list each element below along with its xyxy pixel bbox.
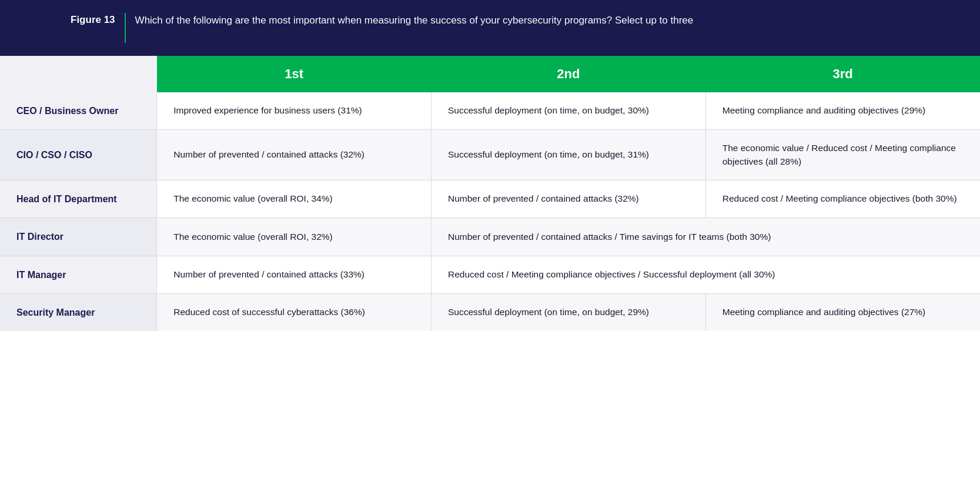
table-row: IT DirectorThe economic value (overall R… xyxy=(0,218,980,256)
second-cell: Number of prevented / contained attacks … xyxy=(431,180,705,218)
second-cell: Successful deployment (on time, on budge… xyxy=(431,92,705,130)
third-cell: Meeting compliance and auditing objectiv… xyxy=(705,92,980,130)
second-cell: Successful deployment (on time, on budge… xyxy=(431,293,705,331)
first-cell: The economic value (overall ROI, 32%) xyxy=(157,218,432,256)
table-row: Security ManagerReduced cost of successf… xyxy=(0,293,980,331)
col-header-second: 2nd xyxy=(431,56,705,92)
header-bar: Figure 13 Which of the following are the… xyxy=(0,0,980,56)
table-row: CIO / CSO / CISONumber of prevented / co… xyxy=(0,130,980,180)
third-cell: Reduced cost / Meeting compliance object… xyxy=(705,180,980,218)
figure-label: Figure 13 xyxy=(71,13,115,26)
first-cell: Reduced cost of successful cyberattacks … xyxy=(157,293,432,331)
header-title: Which of the following are the most impo… xyxy=(135,13,694,28)
table-row: IT ManagerNumber of prevented / containe… xyxy=(0,256,980,293)
third-cell: The economic value / Reduced cost / Meet… xyxy=(705,130,980,180)
table-row: Head of IT DepartmentThe economic value … xyxy=(0,180,980,218)
role-cell: CIO / CSO / CISO xyxy=(0,130,157,180)
second-third-cell: Reduced cost / Meeting compliance object… xyxy=(431,256,980,293)
third-cell: Meeting compliance and auditing objectiv… xyxy=(705,293,980,331)
col-header-first: 1st xyxy=(157,56,432,92)
table-row: CEO / Business OwnerImproved experience … xyxy=(0,92,980,130)
role-cell: Security Manager xyxy=(0,293,157,331)
first-cell: Number of prevented / contained attacks … xyxy=(157,256,432,293)
role-cell: IT Manager xyxy=(0,256,157,293)
first-cell: Improved experience for business users (… xyxy=(157,92,432,130)
second-cell: Successful deployment (on time, on budge… xyxy=(431,130,705,180)
role-cell: Head of IT Department xyxy=(0,180,157,218)
first-cell: The economic value (overall ROI, 34%) xyxy=(157,180,432,218)
page-wrapper: Figure 13 Which of the following are the… xyxy=(0,0,980,485)
role-cell: CEO / Business Owner xyxy=(0,92,157,130)
header-row: 1st 2nd 3rd xyxy=(0,56,980,92)
col-header-third: 3rd xyxy=(705,56,980,92)
data-table: 1st 2nd 3rd CEO / Business OwnerImproved… xyxy=(0,56,980,331)
col-header-label xyxy=(0,56,157,92)
table-container: 1st 2nd 3rd CEO / Business OwnerImproved… xyxy=(0,56,980,331)
header-divider xyxy=(125,13,126,43)
role-cell: IT Director xyxy=(0,218,157,256)
first-cell: Number of prevented / contained attacks … xyxy=(157,130,432,180)
second-third-cell: Number of prevented / contained attacks … xyxy=(431,218,980,256)
